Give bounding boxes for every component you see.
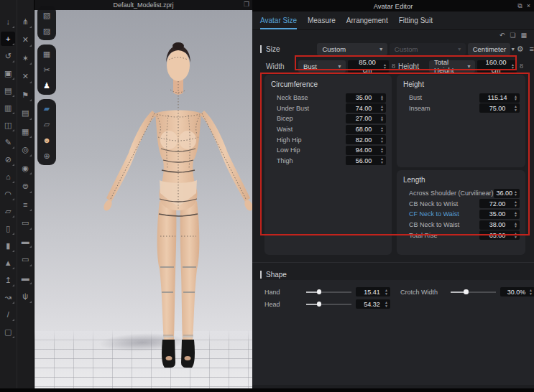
open-folder-icon[interactable]: ❏ bbox=[510, 32, 515, 41]
tab[interactable]: Fitting Suit bbox=[399, 11, 433, 29]
spinner-arrows[interactable]: ▲▼ bbox=[514, 105, 520, 111]
settings-gear-icon[interactable]: ⚙ bbox=[517, 45, 524, 54]
measurement-input[interactable]: 115.14 ▲▼ bbox=[479, 93, 520, 103]
pants-tool-icon[interactable]: ▯ bbox=[1, 221, 15, 235]
height-option-dropdown[interactable]: Total Height▼ bbox=[429, 60, 475, 73]
measurement-input[interactable]: 56.00 ▲▼ bbox=[346, 156, 386, 165]
spinner-arrows[interactable]: ▲▼ bbox=[380, 95, 386, 101]
avatar-pose-x-icon[interactable]: ✕ bbox=[18, 33, 32, 47]
measurement-input[interactable]: 35.00 ▲▼ bbox=[346, 93, 386, 103]
avatar-pose-star-icon[interactable]: ✶ bbox=[18, 51, 32, 65]
import-arrow-icon[interactable]: ↓ bbox=[1, 14, 15, 29]
show-garment-icon[interactable]: ▦ bbox=[40, 48, 53, 60]
spinner-arrows[interactable]: ▲▼ bbox=[385, 301, 390, 307]
slider[interactable] bbox=[306, 301, 351, 308]
shape-value-input[interactable]: 15.41 ▲▼ bbox=[356, 287, 390, 297]
spinner-arrows[interactable]: ▲▼ bbox=[514, 190, 520, 197]
size-list-icon[interactable]: ≡ bbox=[530, 45, 534, 54]
spinner-arrows[interactable]: ▲▼ bbox=[529, 289, 534, 295]
sewing-machine-alt-icon[interactable]: ▤ bbox=[1, 83, 15, 98]
pose-run-icon[interactable]: ⋔ bbox=[18, 14, 32, 29]
spinner-arrows[interactable]: ▲▼ bbox=[380, 105, 386, 111]
3d-viewport[interactable]: Default_Modelist.zprj ❐ ▧ ▨ ▦ ✂ ♟ bbox=[34, 0, 252, 388]
measurement-input[interactable]: 38.00 ▲▼ bbox=[479, 220, 520, 230]
curve-arrow-icon[interactable]: ↝ bbox=[1, 290, 15, 304]
garment-dark-display-icon[interactable]: ▨ bbox=[40, 25, 53, 37]
spinner-arrows[interactable]: ▲▼ bbox=[514, 232, 520, 238]
fold-fabric-icon[interactable]: ▱ bbox=[1, 204, 15, 218]
fabric-solid-icon[interactable]: ▬ bbox=[18, 234, 32, 248]
spinner-arrows[interactable]: ▲▼ bbox=[380, 147, 386, 154]
link-icon[interactable]: 8 bbox=[392, 62, 395, 70]
avatar-head-icon[interactable]: ☻ bbox=[40, 134, 53, 146]
spinner-arrows[interactable]: ▲▼ bbox=[385, 289, 390, 295]
slider[interactable] bbox=[451, 289, 496, 296]
slider-thumb[interactable] bbox=[464, 289, 469, 294]
unit-dropdown[interactable]: Centimeter▼ bbox=[468, 43, 510, 55]
popout-icon[interactable]: ⧉ bbox=[517, 2, 522, 10]
tab[interactable]: Measure bbox=[308, 11, 336, 29]
pocket-flap-icon[interactable]: ⌂ bbox=[1, 169, 15, 184]
spinner-arrows[interactable]: ▲▼ bbox=[514, 200, 520, 207]
tshirt-lift-icon[interactable]: ↥ bbox=[1, 273, 15, 287]
show-avatar-icon[interactable]: ♟ bbox=[40, 80, 53, 91]
tab[interactable]: Avatar Size bbox=[260, 11, 297, 29]
height-value-input[interactable]: 160.00 cm ▲▼ bbox=[477, 60, 517, 73]
fabric-solid-alt-icon[interactable]: ▬ bbox=[18, 271, 32, 285]
measurement-input[interactable]: 36.00 ▲▼ bbox=[494, 189, 520, 198]
viewport-popout-icon[interactable]: ❐ bbox=[244, 1, 249, 8]
drape-flag-icon[interactable]: ⚑ bbox=[18, 88, 32, 102]
spinner-arrows[interactable]: ▲▼ bbox=[380, 116, 386, 122]
show-pattern-icon[interactable]: ✂ bbox=[40, 64, 53, 75]
sewing-machine-icon[interactable]: ▣ bbox=[1, 66, 15, 80]
hem-curve-icon[interactable]: ◠ bbox=[1, 187, 15, 201]
fabric-blue-icon[interactable]: ▰ bbox=[40, 103, 53, 114]
seam-pocket-icon[interactable]: ◫ bbox=[1, 118, 15, 132]
measurement-input[interactable]: 94.00 ▲▼ bbox=[346, 146, 386, 155]
zipper-pull-icon[interactable]: ψ bbox=[18, 289, 32, 304]
tshirt-outline-icon[interactable]: ▢ bbox=[1, 325, 15, 339]
fabric-square-icon[interactable]: ▭ bbox=[18, 216, 32, 230]
tshirt-solid-icon[interactable]: ▲ bbox=[1, 256, 15, 270]
avatar-pose-alt-icon[interactable]: ✕ bbox=[18, 70, 32, 84]
shape-value-input[interactable]: 30.0% ▲▼ bbox=[500, 287, 534, 297]
spinner-arrows[interactable]: ▲▼ bbox=[514, 222, 520, 228]
needle-tool-icon[interactable]: ✎ bbox=[1, 135, 15, 149]
spinner-arrows[interactable]: ▲▼ bbox=[380, 157, 386, 164]
link-icon[interactable]: 8 bbox=[520, 62, 523, 70]
slider-thumb[interactable] bbox=[317, 302, 322, 307]
rotate-tool-icon[interactable]: ↺ bbox=[1, 49, 15, 63]
spinner-arrows[interactable]: ▲▼ bbox=[380, 136, 386, 143]
pen-tool-icon[interactable]: / bbox=[1, 307, 15, 322]
slider[interactable] bbox=[306, 289, 351, 296]
measurement-input[interactable]: 65.00 ▲▼ bbox=[479, 230, 520, 240]
move-tool-icon[interactable]: + bbox=[1, 32, 15, 46]
globe-icon[interactable]: ⊕ bbox=[40, 150, 53, 162]
shape-value-input[interactable]: 54.32 ▲▼ bbox=[356, 299, 390, 309]
button-icon[interactable]: ◉ bbox=[18, 161, 32, 175]
measurement-input[interactable]: 27.00 ▲▼ bbox=[346, 114, 386, 123]
undo-icon[interactable]: ↶ bbox=[500, 32, 505, 41]
measurement-input[interactable]: 75.00 ▲▼ bbox=[479, 103, 520, 113]
width-value-input[interactable]: 85.00 cm ▲▼ bbox=[348, 60, 389, 73]
spinner-arrows[interactable]: ▲▼ bbox=[380, 126, 386, 133]
spinner-arrows[interactable]: ▲▼ bbox=[383, 63, 389, 70]
zipper-icon[interactable]: ≡ bbox=[18, 197, 32, 212]
render-style-icon[interactable]: ▧ bbox=[40, 9, 53, 21]
remove-stitch-icon[interactable]: ⊘ bbox=[1, 152, 15, 167]
save-icon[interactable]: ▦ bbox=[520, 32, 527, 41]
width-option-dropdown[interactable]: Bust▼ bbox=[298, 60, 346, 73]
measurement-input[interactable]: 35.00 ▲▼ bbox=[479, 210, 520, 219]
spinner-arrows[interactable]: ▲▼ bbox=[514, 211, 520, 218]
tab[interactable]: Arrangement bbox=[346, 11, 388, 29]
slider-thumb[interactable] bbox=[317, 289, 322, 294]
spinner-arrows[interactable]: ▲▼ bbox=[511, 63, 517, 70]
close-icon[interactable]: × bbox=[527, 2, 530, 9]
target-ring-icon[interactable]: ◎ bbox=[18, 143, 32, 157]
stitch-tool-icon[interactable]: ▥ bbox=[1, 101, 15, 115]
fabric-dark-icon[interactable]: ▱ bbox=[40, 118, 53, 130]
buttonhole-icon[interactable]: ⊜ bbox=[18, 179, 32, 194]
measurement-input[interactable]: 74.00 ▲▼ bbox=[346, 103, 386, 113]
spinner-arrows[interactable]: ▲▼ bbox=[514, 95, 520, 101]
measurement-input[interactable]: 82.00 ▲▼ bbox=[346, 135, 386, 144]
